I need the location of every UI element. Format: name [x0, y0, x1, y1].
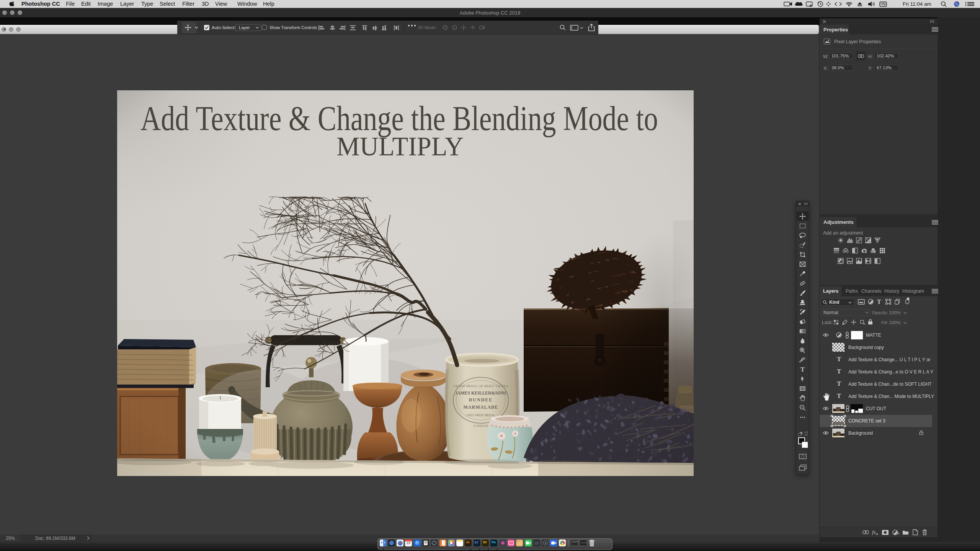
svg-text:T: T [800, 366, 805, 373]
svg-text:Fri 11:04 am: Fri 11:04 am [903, 1, 931, 7]
